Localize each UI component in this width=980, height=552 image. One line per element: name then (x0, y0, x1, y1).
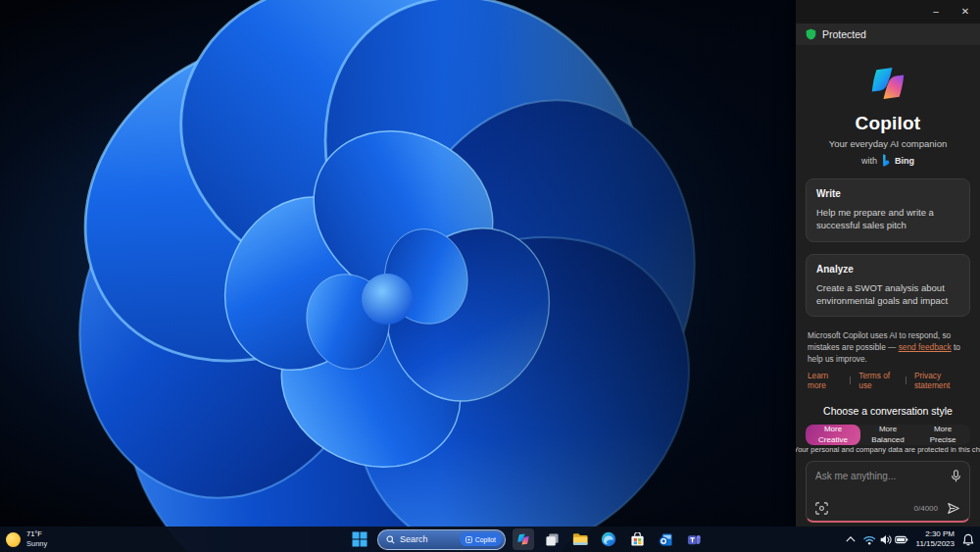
taskbar-app-file-explorer[interactable] (569, 528, 591, 550)
with-bing-row: with Bing (806, 154, 970, 167)
chevron-up-icon (846, 536, 856, 542)
bloom-flower-art (0, 0, 796, 552)
network-volume-battery-group[interactable] (863, 533, 908, 546)
close-button[interactable]: ✕ (951, 0, 980, 24)
clock-date: 11/15/2023 (916, 539, 955, 549)
sun-icon (6, 532, 21, 547)
wifi-volume-battery-icons (863, 533, 908, 546)
teams-icon (687, 532, 702, 547)
tray-overflow-chevron[interactable] (846, 536, 856, 542)
legal-links: Learn more Terms of use Privacy statemen… (808, 371, 968, 390)
copilot-title: Copilot (806, 113, 970, 134)
link-divider (906, 376, 906, 384)
style-option-line2: Precise (930, 435, 956, 445)
screenshot-button[interactable] (815, 502, 828, 515)
taskbar-app-microsoft-store[interactable] (626, 528, 648, 550)
taskbar-app-outlook[interactable] (655, 528, 676, 550)
taskbar-app-edge[interactable] (598, 528, 619, 550)
search-highlight-badge[interactable]: Copilot (460, 532, 502, 546)
copilot-subtitle: Your everyday AI companion (806, 138, 970, 149)
style-option-line1: More (934, 425, 952, 434)
style-option-line1: More (824, 425, 842, 434)
taskbar: 71°F Sunny Search (0, 527, 980, 552)
copilot-taskbar-icon (515, 531, 531, 547)
taskbar-clock[interactable]: 2:30 PM 11/15/2023 (916, 529, 955, 550)
terms-of-use-link[interactable]: Terms of use (858, 371, 898, 390)
screenshot-icon (815, 502, 828, 515)
chat-input-box[interactable]: 0/4000 (806, 461, 970, 523)
shield-protected-icon (806, 28, 816, 40)
style-more-precise[interactable]: More Precise (915, 425, 970, 445)
send-feedback-link[interactable]: send feedback (899, 342, 952, 352)
conversation-style-toggle: More Creative More Balanced More Precise (806, 425, 970, 445)
chat-input-cluster: Your personal and company data are prote… (806, 445, 970, 523)
badge-label: Copilot (475, 536, 496, 543)
link-divider (850, 376, 851, 384)
system-tray: 2:30 PM 11/15/2023 (846, 527, 974, 552)
desktop: – ✕ Protected (0, 0, 980, 552)
edge-icon (601, 531, 616, 547)
taskbar-app-teams[interactable] (683, 528, 705, 550)
ai-disclaimer: Microsoft Copilot uses AI to respond, so… (808, 329, 968, 365)
windows-logo-icon (352, 531, 368, 547)
microphone-icon (951, 470, 961, 482)
style-option-line1: More (879, 425, 897, 434)
card-body: Help me prepare and write a successful s… (816, 206, 959, 232)
taskbar-app-task-view[interactable] (541, 528, 563, 550)
badge-sparkle-icon (466, 536, 472, 543)
weather-widget[interactable]: 71°F Sunny (6, 527, 47, 552)
conversation-style-heading: Choose a conversation style (806, 405, 970, 417)
microsoft-store-icon (630, 532, 645, 547)
style-option-line2: Balanced (871, 435, 904, 445)
bing-label: Bing (895, 156, 914, 166)
bell-icon (962, 533, 974, 546)
search-icon (386, 535, 395, 544)
character-counter: 0/4000 (914, 504, 938, 513)
with-label: with (861, 156, 877, 166)
style-more-creative[interactable]: More Creative (806, 425, 860, 445)
task-view-icon (545, 532, 560, 547)
microphone-button[interactable] (951, 470, 961, 482)
minimize-button[interactable]: – (921, 0, 951, 24)
search-placeholder: Search (400, 534, 455, 544)
learn-more-link[interactable]: Learn more (808, 371, 842, 390)
bing-logo-icon (881, 154, 891, 167)
copilot-hero: Copilot Your everyday AI companion with … (806, 61, 970, 167)
taskbar-search[interactable]: Search Copilot (377, 529, 506, 550)
privacy-statement-link[interactable]: Privacy statement (914, 371, 968, 390)
weather-temperature: 71°F (26, 529, 47, 539)
copilot-titlebar: – ✕ (796, 0, 980, 24)
card-title: Write (816, 188, 959, 199)
card-body: Create a SWOT analysis about environment… (816, 281, 959, 308)
data-protection-text: Your personal and company data are prote… (796, 445, 980, 454)
copilot-panel-body: Copilot Your everyday AI companion with … (796, 45, 980, 527)
chat-input[interactable] (815, 471, 945, 481)
send-button[interactable] (947, 502, 960, 515)
protection-status: Protected (796, 24, 980, 45)
taskbar-app-copilot[interactable] (513, 528, 534, 550)
data-protection-note: Your personal and company data are prote… (806, 445, 970, 454)
outlook-icon (659, 532, 673, 547)
taskbar-center: Search Copilot (349, 527, 705, 552)
suggestion-card-analyze[interactable]: Analyze Create a SWOT analysis about env… (806, 254, 970, 318)
clock-time: 2:30 PM (925, 529, 955, 539)
card-title: Analyze (816, 264, 959, 275)
start-button[interactable] (349, 528, 370, 550)
copilot-sidebar: – ✕ Protected (796, 0, 980, 527)
suggestion-card-write[interactable]: Write Help me prepare and write a succes… (806, 178, 970, 242)
notifications-button[interactable] (962, 533, 974, 546)
style-option-line2: Creative (818, 435, 848, 445)
protected-label: Protected (822, 28, 866, 40)
style-more-balanced[interactable]: More Balanced (860, 425, 915, 445)
file-explorer-icon (572, 532, 588, 546)
send-icon (947, 502, 960, 515)
copilot-logo-icon (865, 61, 910, 106)
weather-condition: Sunny (26, 539, 47, 549)
